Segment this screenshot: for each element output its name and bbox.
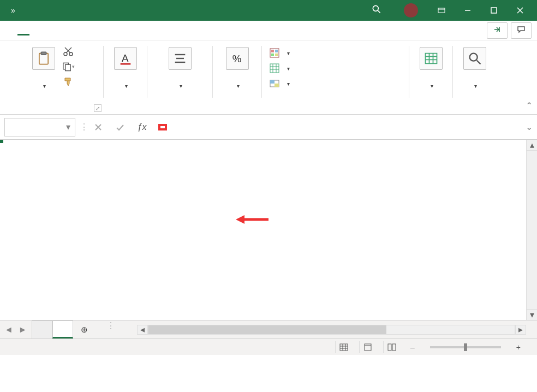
- formula-text: [158, 124, 167, 130]
- add-sheet-button[interactable]: ⊕: [73, 320, 96, 338]
- scroll-down-icon[interactable]: ▾: [527, 309, 537, 320]
- tab-formulas[interactable]: [53, 26, 65, 35]
- insert-function-button[interactable]: ƒx: [133, 118, 151, 136]
- chevron-down-icon: ▾: [287, 66, 290, 72]
- chevron-down-icon: ▾: [43, 83, 46, 89]
- page-break-view-icon[interactable]: [383, 341, 399, 353]
- svg-rect-9: [41, 52, 46, 55]
- paste-button[interactable]: ▾: [29, 45, 58, 92]
- zoom-slider[interactable]: [430, 346, 501, 348]
- group-editing: ▾: [453, 40, 497, 114]
- scroll-up-icon[interactable]: ▴: [527, 140, 537, 151]
- user-account[interactable]: [398, 3, 418, 17]
- tab-exibir[interactable]: [90, 26, 102, 35]
- enter-formula-button[interactable]: [111, 118, 129, 136]
- svg-rect-53: [388, 344, 391, 351]
- formula-input[interactable]: ⌄: [155, 118, 533, 136]
- annotation-arrow-icon: [236, 211, 268, 230]
- close-button[interactable]: [508, 0, 533, 21]
- cell-selection: [0, 140, 2, 142]
- svg-rect-34: [275, 84, 279, 87]
- maximize-button[interactable]: [481, 0, 506, 21]
- comments-button[interactable]: [511, 22, 532, 39]
- conditional-formatting-button[interactable]: ▾: [267, 47, 404, 59]
- format-painter-button[interactable]: [62, 75, 75, 88]
- editing-button[interactable]: ▾: [460, 45, 490, 92]
- share-button[interactable]: [487, 22, 508, 39]
- expand-formula-bar-icon[interactable]: ⌄: [526, 122, 533, 132]
- chevron-down-icon: ▾: [125, 83, 128, 89]
- minimize-button[interactable]: [455, 0, 480, 21]
- ribbon: ▾ ▾ ⤢ A ▾ ▾: [0, 40, 537, 115]
- collapse-ribbon-icon[interactable]: ⌃: [526, 100, 533, 111]
- sheet-tab-planilha2[interactable]: [52, 320, 73, 338]
- vertical-scrollbar[interactable]: ▴ ▾: [526, 140, 537, 320]
- clipboard-launcher-icon[interactable]: ⤢: [94, 104, 102, 112]
- prev-sheet-icon[interactable]: ◄: [4, 325, 13, 335]
- percent-icon: %: [226, 47, 249, 70]
- svg-rect-23: [271, 50, 274, 52]
- svg-rect-15: [65, 64, 70, 70]
- svg-rect-46: [340, 344, 348, 351]
- svg-rect-26: [275, 54, 278, 56]
- svg-rect-25: [271, 54, 274, 56]
- svg-rect-33: [270, 80, 275, 84]
- horizontal-scrollbar[interactable]: ◂ ▸: [137, 320, 537, 338]
- name-box[interactable]: ▾: [4, 118, 75, 136]
- group-alignment: ▾: [147, 40, 213, 114]
- group-cells: ▾: [409, 40, 453, 114]
- tab-layout[interactable]: [41, 26, 53, 35]
- font-button[interactable]: A ▾: [111, 45, 140, 92]
- copy-button[interactable]: ▾: [62, 60, 75, 73]
- cell-styles-button[interactable]: ▾: [267, 78, 404, 90]
- svg-rect-27: [270, 64, 279, 73]
- ribbon-display-icon[interactable]: [429, 0, 454, 21]
- svg-rect-54: [392, 344, 396, 351]
- svg-rect-2: [438, 8, 445, 13]
- svg-rect-35: [426, 54, 437, 64]
- chevron-down-icon: ▾: [431, 83, 433, 89]
- svg-rect-17: [121, 63, 131, 65]
- cancel-formula-button[interactable]: [90, 118, 107, 136]
- page-layout-view-icon[interactable]: [359, 341, 375, 353]
- tab-pagina-inicial[interactable]: [17, 25, 29, 35]
- zoom-in-button[interactable]: +: [513, 343, 524, 352]
- conditional-format-icon: [270, 48, 279, 58]
- number-button[interactable]: % ▾: [223, 45, 252, 92]
- chevron-down-icon[interactable]: ▾: [66, 122, 70, 132]
- scroll-left-icon[interactable]: ◂: [137, 325, 148, 335]
- tab-dados[interactable]: [65, 26, 77, 35]
- cell-styles-icon: [270, 79, 279, 88]
- alignment-icon: [169, 47, 192, 70]
- zoom-out-button[interactable]: –: [407, 343, 418, 352]
- tab-ajuda[interactable]: [102, 26, 114, 35]
- chevron-down-icon: ▾: [180, 83, 182, 89]
- spreadsheet-grid[interactable]: ▴ ▾: [0, 140, 537, 320]
- svg-rect-51: [365, 344, 371, 351]
- svg-line-41: [477, 61, 481, 64]
- tab-revisao[interactable]: [77, 26, 90, 35]
- quick-access-chevron-icon[interactable]: »: [4, 6, 22, 15]
- cut-button[interactable]: [62, 45, 75, 58]
- svg-text:A: A: [122, 52, 129, 64]
- sheet-tabs: ◄ ► ⊕ ⋮ ◂ ▸: [0, 320, 537, 338]
- format-as-table-button[interactable]: ▾: [267, 62, 404, 74]
- ribbon-tabs: [0, 21, 537, 40]
- chevron-down-icon: ▾: [237, 83, 240, 89]
- fill-handle[interactable]: [0, 140, 3, 143]
- tab-inserir[interactable]: [29, 26, 41, 35]
- tab-arquivo[interactable]: [5, 26, 17, 35]
- chevron-down-icon: ▾: [474, 83, 477, 89]
- cells-button[interactable]: ▾: [416, 45, 446, 92]
- scroll-right-icon[interactable]: ▸: [515, 325, 526, 335]
- svg-point-40: [470, 54, 478, 61]
- group-number: % ▾: [213, 40, 262, 114]
- paste-icon: [32, 47, 55, 70]
- sheet-tab-conta-de-luz[interactable]: [32, 320, 52, 338]
- next-sheet-icon[interactable]: ►: [19, 325, 27, 335]
- normal-view-icon[interactable]: [335, 341, 351, 353]
- search-icon[interactable]: [371, 4, 382, 17]
- avatar: [404, 3, 418, 17]
- alignment-button[interactable]: ▾: [165, 45, 195, 92]
- svg-rect-24: [275, 50, 278, 52]
